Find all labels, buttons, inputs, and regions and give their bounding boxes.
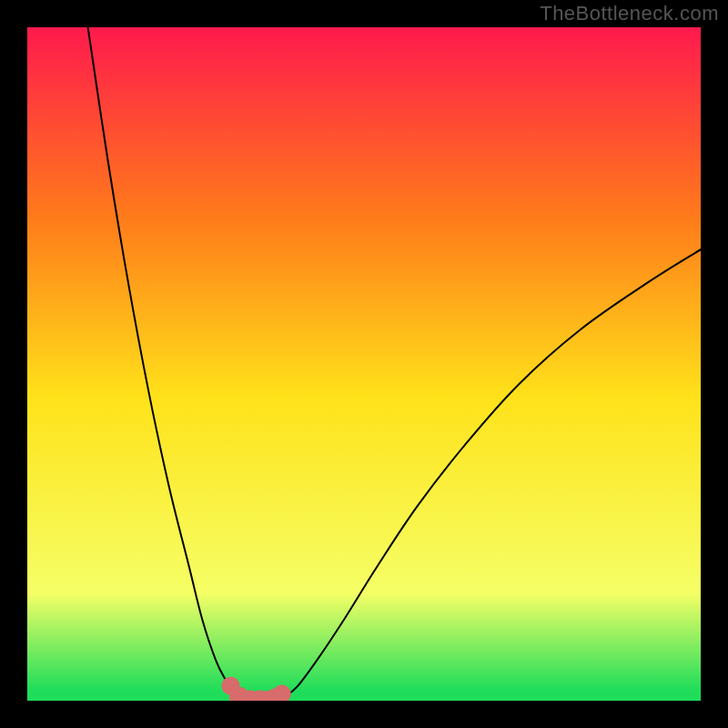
bottleneck-curve-chart xyxy=(27,27,701,701)
chart-frame: { "watermark": "TheBottleneck.com", "col… xyxy=(0,0,728,728)
watermark-text: TheBottleneck.com xyxy=(540,2,719,25)
plot-area xyxy=(27,27,701,701)
gradient-background xyxy=(27,27,701,701)
